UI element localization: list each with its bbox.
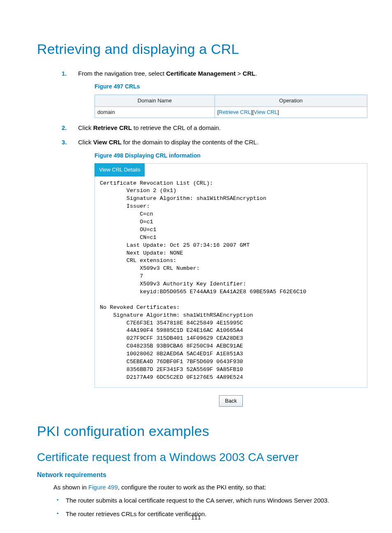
td-operation: [Retrieve CRL][View CRL]: [214, 107, 367, 118]
th-operation: Operation: [214, 95, 367, 107]
crl-table-wrap: Domain Name Operation domain [Retrieve C…: [95, 95, 367, 118]
netreq-intro-pre: As shown in: [53, 484, 88, 491]
back-button-row: Back: [95, 395, 367, 407]
td-domain: domain: [95, 107, 215, 118]
heading-pki-examples: PKI configuration examples: [37, 423, 355, 439]
step-1: 1. From the navigation tree, select Cert…: [62, 69, 355, 118]
step-1-text-post: .: [255, 70, 257, 77]
network-requirements-intro: As shown in Figure 499, configure the ro…: [53, 483, 355, 492]
figure-499-link[interactable]: Figure 499: [88, 484, 118, 491]
th-domain-name: Domain Name: [95, 95, 215, 107]
heading-network-requirements: Network requirements: [37, 471, 355, 479]
table-header-row: Domain Name Operation: [95, 95, 367, 107]
crl-table: Domain Name Operation domain [Retrieve C…: [95, 95, 367, 118]
step-number-1: 1.: [62, 69, 67, 78]
back-button[interactable]: Back: [219, 395, 243, 407]
step-2: 2. Click Retrieve CRL to retrieve the CR…: [62, 123, 355, 132]
step-2-bold: Retrieve CRL: [93, 124, 132, 131]
heading-retrieving-crl: Retrieving and displaying a CRL: [37, 41, 355, 57]
crl-details-panel: View CRL Details Certificate Revocation …: [95, 163, 367, 387]
figure-498-caption: Figure 498 Displaying CRL information: [95, 151, 355, 160]
page-number: 111: [0, 514, 392, 521]
step-1-text-pre: From the navigation tree, select: [78, 70, 166, 77]
step-number-3: 3.: [62, 137, 67, 147]
netreq-intro-post: , configure the router to work as the PK…: [118, 484, 266, 491]
view-crl-link[interactable]: View CRL: [254, 109, 278, 115]
figure-497-caption: Figure 497 CRLs: [95, 82, 355, 91]
heading-cert-request-windows: Certificate request from a Windows 2003 …: [37, 451, 355, 464]
step-3: 3. Click View CRL for the domain to disp…: [62, 137, 355, 406]
step-2-text-post: to retrieve the CRL of a domain.: [132, 124, 221, 131]
view-crl-details-tab[interactable]: View CRL Details: [95, 163, 145, 176]
table-row: domain [Retrieve CRL][View CRL]: [95, 107, 367, 118]
step-3-text-pre: Click: [78, 139, 93, 146]
step-1-bold-1: Certificate Management: [166, 70, 235, 77]
retrieve-crl-link[interactable]: Retrieve CRL: [219, 109, 251, 115]
step-1-bold-2: CRL: [243, 70, 256, 77]
step-1-text-mid: >: [236, 70, 243, 77]
crl-details-text: Certificate Revocation List (CRL): Versi…: [95, 179, 367, 385]
step-3-bold: View CRL: [93, 139, 122, 146]
step-number-2: 2.: [62, 123, 67, 132]
list-item: The router submits a local certificate r…: [53, 496, 355, 505]
step-3-text-post: for the domain to display the contents o…: [122, 139, 259, 146]
step-2-text-pre: Click: [78, 124, 93, 131]
